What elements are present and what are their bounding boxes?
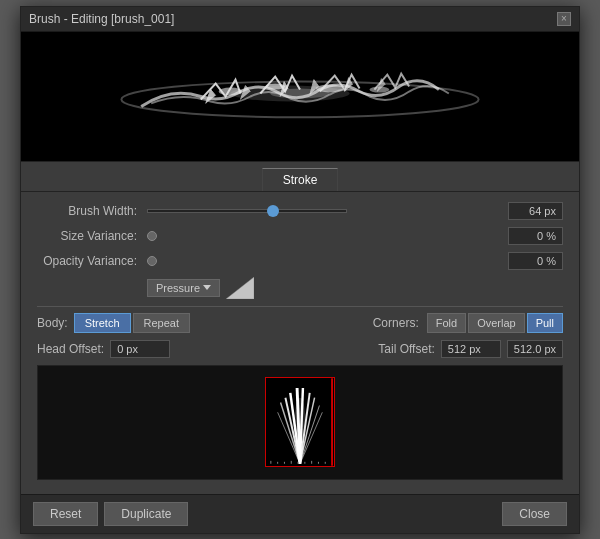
tabs-bar: Stroke [21, 162, 579, 192]
duplicate-button[interactable]: Duplicate [104, 502, 188, 526]
controls-panel: Brush Width: 64 px Size Variance: 0 % Op… [21, 192, 579, 494]
svg-point-21 [294, 398, 306, 456]
brush-tile [265, 377, 335, 467]
pressure-triangle-icon [226, 277, 254, 299]
head-offset-section: Head Offset: [37, 340, 170, 358]
svg-point-4 [219, 87, 243, 95]
offset-row: Head Offset: Tail Offset: 512.0 px [37, 340, 563, 358]
size-variance-slider-container [147, 231, 508, 241]
pressure-button[interactable]: Pressure [147, 279, 220, 297]
tail-offset-input[interactable] [441, 340, 501, 358]
brush-width-value: 64 px [508, 202, 563, 220]
close-button[interactable]: Close [502, 502, 567, 526]
section-divider [37, 306, 563, 307]
body-label: Body: [37, 316, 68, 330]
size-variance-label: Size Variance: [37, 229, 147, 243]
opacity-variance-label: Opacity Variance: [37, 254, 147, 268]
brush-strip [37, 365, 563, 480]
tail-offset-display: 512.0 px [507, 340, 563, 358]
tab-stroke[interactable]: Stroke [262, 168, 339, 191]
brush-editor-window: Brush - Editing [brush_001] × [20, 6, 580, 534]
titlebar: Brush - Editing [brush_001] × [21, 7, 579, 32]
corners-label: Corners: [373, 316, 419, 330]
overlap-button[interactable]: Overlap [468, 313, 525, 333]
opacity-variance-value: 0 % [508, 252, 563, 270]
size-variance-value: 0 % [508, 227, 563, 245]
brush-tile-svg [266, 377, 334, 467]
size-variance-dot [147, 231, 157, 241]
opacity-variance-slider-container [147, 256, 508, 266]
brush-width-slider[interactable] [147, 209, 347, 213]
tail-offset-label: Tail Offset: [378, 342, 434, 356]
opacity-variance-row: Opacity Variance: 0 % [37, 252, 563, 270]
pressure-row: Pressure [37, 277, 563, 299]
brush-preview-area [21, 32, 579, 162]
head-offset-label: Head Offset: [37, 342, 104, 356]
close-window-button[interactable]: × [557, 12, 571, 26]
size-variance-row: Size Variance: 0 % [37, 227, 563, 245]
pull-button[interactable]: Pull [527, 313, 563, 333]
svg-point-6 [316, 84, 344, 92]
reset-button[interactable]: Reset [33, 502, 98, 526]
fold-button[interactable]: Fold [427, 313, 466, 333]
footer-left-buttons: Reset Duplicate [33, 502, 188, 526]
body-section: Body: Stretch Repeat [37, 313, 192, 333]
brush-preview-svg [21, 32, 579, 161]
body-corners-row: Body: Stretch Repeat Corners: Fold Overl… [37, 313, 563, 333]
brush-width-label: Brush Width: [37, 204, 147, 218]
stretch-button[interactable]: Stretch [74, 313, 131, 333]
pressure-label: Pressure [156, 282, 200, 294]
corners-section: Corners: Fold Overlap Pull [373, 313, 563, 333]
repeat-button[interactable]: Repeat [133, 313, 190, 333]
opacity-variance-dot [147, 256, 157, 266]
brush-width-slider-container [147, 209, 508, 213]
footer: Reset Duplicate Close [21, 494, 579, 533]
tail-offset-section: Tail Offset: 512.0 px [378, 340, 563, 358]
brush-width-row: Brush Width: 64 px [37, 202, 563, 220]
head-offset-input[interactable] [110, 340, 170, 358]
pressure-dropdown-arrow [203, 285, 211, 290]
window-title: Brush - Editing [brush_001] [29, 12, 174, 26]
